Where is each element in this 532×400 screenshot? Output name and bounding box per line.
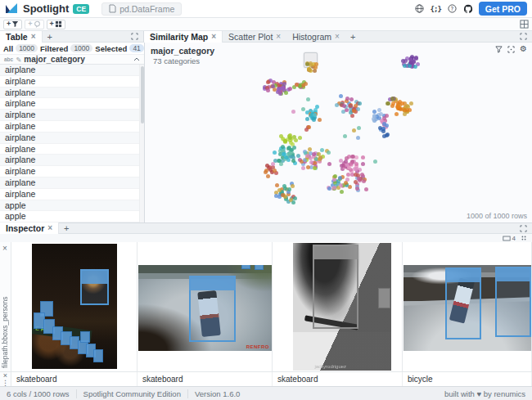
scatter-point[interactable] — [350, 114, 354, 118]
scatter-point[interactable] — [349, 104, 353, 108]
scatter-point[interactable] — [275, 183, 279, 187]
scatter-point[interactable] — [287, 146, 291, 150]
scatter-point[interactable] — [364, 187, 368, 191]
scatter-point[interactable] — [414, 56, 418, 61]
scatter-point[interactable] — [403, 64, 407, 68]
scatter-point[interactable] — [313, 113, 317, 117]
scatter-point[interactable] — [362, 179, 366, 183]
scatter-point[interactable] — [305, 62, 309, 66]
scatter-point[interactable] — [379, 112, 383, 116]
scatter-point[interactable] — [282, 152, 286, 156]
scatter-point[interactable] — [352, 109, 356, 113]
table-row[interactable]: airplane — [0, 144, 139, 155]
table-row[interactable]: airplane — [0, 76, 139, 88]
close-icon[interactable]: × — [211, 33, 216, 41]
scatter-point[interactable] — [318, 157, 322, 161]
add-lens-button[interactable]: + — [59, 223, 74, 233]
scatter-point[interactable] — [315, 105, 319, 109]
scatter-point[interactable] — [301, 166, 305, 170]
scatter-point[interactable] — [332, 178, 336, 182]
scatter-point[interactable] — [294, 138, 298, 142]
scatter-point[interactable] — [284, 91, 288, 95]
close-icon[interactable]: × — [335, 33, 340, 41]
scatter-point[interactable] — [327, 162, 331, 166]
close-icon[interactable]: × — [276, 33, 281, 41]
scatter-point[interactable] — [385, 133, 390, 137]
maximize-icon[interactable] — [515, 225, 532, 232]
inspector-cell[interactable]: ER — [11, 242, 138, 371]
scatter-point[interactable] — [361, 155, 365, 160]
edit-column-icon[interactable]: ✎ — [16, 56, 21, 64]
add-filter-button[interactable]: + — [3, 20, 22, 29]
table-row[interactable]: apple — [0, 211, 139, 222]
scatter-point[interactable] — [339, 183, 343, 187]
add-tab-button[interactable]: + — [43, 32, 57, 42]
scatter-point[interactable] — [306, 165, 310, 169]
scatter-point[interactable] — [354, 162, 358, 166]
table-row[interactable]: airplane — [0, 155, 139, 166]
scatter-point[interactable] — [345, 97, 349, 101]
scatter-point[interactable] — [396, 105, 400, 109]
visible-items-control[interactable]: 4 — [503, 235, 516, 242]
scatter-point[interactable] — [291, 200, 295, 204]
map-filter-icon[interactable] — [495, 46, 503, 53]
scatter-point[interactable] — [287, 187, 291, 191]
sort-asc-icon[interactable] — [133, 57, 140, 61]
scatter-point[interactable] — [309, 160, 313, 164]
scatter-point[interactable] — [339, 94, 343, 98]
globe-icon[interactable] — [415, 4, 424, 13]
scatter-point[interactable] — [340, 164, 344, 168]
scatter-point[interactable] — [313, 69, 317, 73]
scatter-point[interactable] — [356, 136, 360, 140]
inspector-cell[interactable]: jackyrodriguez — [273, 242, 403, 371]
scatter-point[interactable] — [345, 108, 349, 112]
scatter-point[interactable] — [277, 159, 282, 163]
scatter-point[interactable] — [306, 97, 310, 101]
similarity-map-canvas[interactable] — [145, 43, 532, 222]
scatter-point[interactable] — [333, 174, 337, 178]
scatter-point[interactable] — [298, 136, 302, 140]
scatter-point[interactable] — [301, 107, 305, 111]
table-row[interactable]: apple — [0, 200, 139, 212]
table-row[interactable]: airplane — [0, 121, 139, 133]
scatter-point[interactable] — [390, 97, 394, 101]
table-row[interactable]: airplane — [0, 166, 139, 178]
table-row[interactable]: airplane — [0, 133, 139, 144]
tab-table[interactable]: Table × — [0, 31, 43, 43]
table-row[interactable]: airplane — [0, 88, 139, 99]
scatter-point[interactable] — [354, 155, 358, 160]
scatter-point[interactable] — [391, 101, 395, 106]
scatter-point[interactable] — [354, 180, 358, 184]
layout-grid-icon[interactable] — [520, 20, 529, 29]
scatter-point[interactable] — [282, 82, 286, 86]
scatter-point[interactable] — [373, 160, 377, 164]
table-row[interactable]: airplane — [0, 98, 139, 110]
scatter-point[interactable] — [305, 154, 309, 158]
scatter-point[interactable] — [340, 190, 344, 194]
scatter-point[interactable] — [344, 160, 348, 164]
scatter-point[interactable] — [349, 97, 354, 101]
map-fit-icon[interactable] — [507, 46, 515, 53]
tab-scatter-plot[interactable]: Scatter Plot × — [223, 31, 286, 43]
remove-lens-icon[interactable]: × — [2, 244, 7, 253]
scatter-point[interactable] — [409, 101, 413, 106]
scatter-point[interactable] — [266, 80, 270, 84]
table-row[interactable]: airplane — [0, 178, 139, 189]
dataframe-tab[interactable]: pd.DataFrame — [101, 2, 182, 16]
scatter-point[interactable] — [266, 88, 270, 92]
add-view-button[interactable]: + — [345, 32, 360, 42]
scatter-point[interactable] — [335, 103, 339, 107]
scatter-point[interactable] — [385, 124, 389, 128]
table-row[interactable]: airplane — [0, 110, 139, 121]
scatter-point[interactable] — [291, 184, 295, 188]
map-settings-icon[interactable]: ⚙ — [520, 45, 527, 53]
scatter-point[interactable] — [394, 112, 399, 116]
scatter-point[interactable] — [291, 110, 295, 114]
scatter-point[interactable] — [352, 128, 356, 133]
table-row[interactable]: airplane — [0, 65, 139, 76]
scatter-point[interactable] — [339, 159, 343, 163]
api-docs-icon[interactable]: {;} — [431, 5, 441, 13]
scatter-point[interactable] — [358, 101, 362, 106]
inspector-cell[interactable] — [403, 242, 532, 371]
maximize-icon[interactable] — [126, 33, 143, 40]
